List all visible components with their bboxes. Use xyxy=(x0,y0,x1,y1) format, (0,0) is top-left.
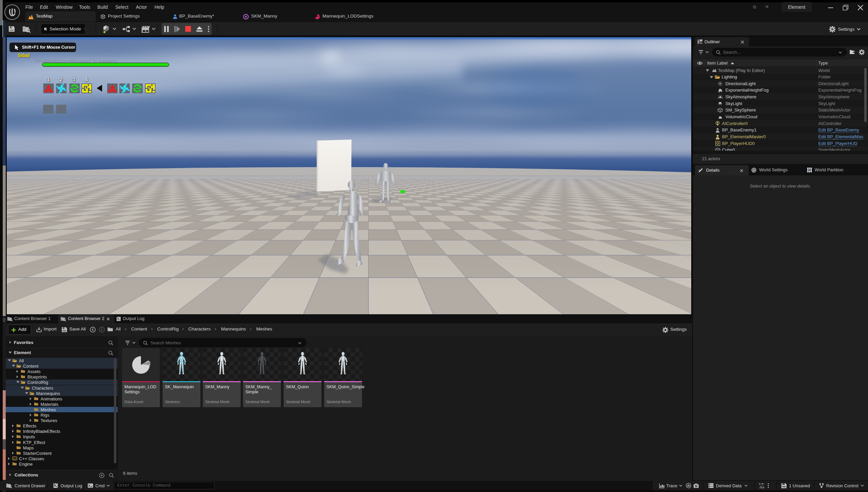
svg-text:C++: C++ xyxy=(13,457,18,460)
